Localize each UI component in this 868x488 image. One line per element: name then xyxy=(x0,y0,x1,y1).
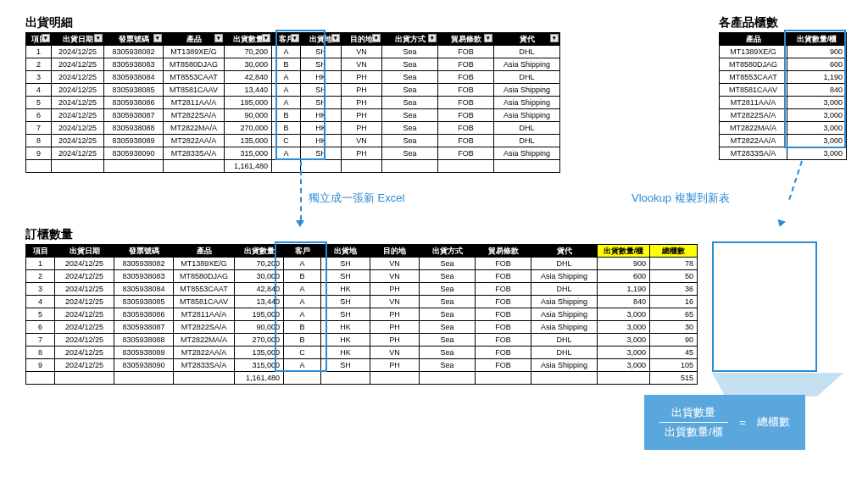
filter-dropdown-icon[interactable]: ▾ xyxy=(291,34,299,42)
annotation-new-excel: 獨立成一張新 Excel xyxy=(309,191,404,206)
col-qty: 出貨數量▾ xyxy=(225,33,272,46)
col-terms: 貿易條款▾ xyxy=(438,33,494,46)
table-row: 22024/12/258305938083MT8580DJAG30,000BSH… xyxy=(26,270,698,283)
col-prod: 產品 xyxy=(174,245,235,258)
dash-arrow-1 xyxy=(300,161,302,220)
table-row: 52024/12/258305938086MT2811AA/A195,000AS… xyxy=(26,97,560,109)
col-origin: 出貨地 xyxy=(321,245,370,258)
col-mode: 出貨方式▾ xyxy=(382,33,438,46)
col-idx: 項目 xyxy=(26,245,55,258)
table-row: MT2822SA/A3,000 xyxy=(720,109,847,122)
filter-dropdown-icon[interactable]: ▾ xyxy=(42,34,50,42)
table-row: 82024/12/258305938089MT2822AA/A135,000CH… xyxy=(26,135,560,147)
col-prod: 產品▾ xyxy=(164,33,225,46)
filter-dropdown-icon[interactable]: ▾ xyxy=(550,34,559,42)
table-row: MT8553CAAT1,190 xyxy=(720,71,847,84)
table-row: 92024/12/258305938090MT2833SA/A315,000AS… xyxy=(26,359,698,372)
table-row: MT2822MA/A3,000 xyxy=(720,122,847,135)
table-row: MT1389XE/G900 xyxy=(720,46,847,58)
filter-dropdown-icon[interactable]: ▾ xyxy=(428,34,437,42)
col-origin: 出貨地▾ xyxy=(301,33,342,46)
table-row: 42024/12/258305938085MT8581CAAV13,440ASH… xyxy=(26,84,560,97)
table-row: 12024/12/258305938082MT1389XE/G70,200ASH… xyxy=(26,258,698,270)
col-terms: 貿易條款 xyxy=(476,245,531,258)
col-forwarder: 貨代 xyxy=(531,245,598,258)
col-cust: 客戶 xyxy=(284,245,321,258)
arrow-diag-icon xyxy=(776,219,786,229)
total-row: 1,161,480 xyxy=(26,160,560,173)
col-inv: 發票號碼▾ xyxy=(104,33,164,46)
col-cust: 客戶▾ xyxy=(272,33,301,46)
table-row: MT2822AA/A3,000 xyxy=(720,135,847,147)
highlight-new-cols xyxy=(712,241,817,372)
col-qty: 出貨數量 xyxy=(235,245,284,258)
col-idx: 項目▾ xyxy=(26,33,52,46)
formula-numerator: 出貨數量 xyxy=(659,405,728,423)
col-inv: 發票號碼 xyxy=(114,245,174,258)
arrow-down-icon xyxy=(296,220,304,227)
col-forwarder: 貨代▾ xyxy=(494,33,560,46)
filter-dropdown-icon[interactable]: ▾ xyxy=(372,34,381,42)
filter-dropdown-icon[interactable]: ▾ xyxy=(214,34,223,42)
table-row: 62024/12/258305938087MT2822SA/A90,000BHK… xyxy=(26,109,560,122)
col-total: 總櫃數 xyxy=(650,245,698,258)
col-date: 出貨日期 xyxy=(55,245,114,258)
annotation-vlookup: Vlookup 複製到新表 xyxy=(632,191,730,206)
table-row: 32024/12/258305938084MT8553CAAT42,840AHK… xyxy=(26,71,560,84)
table-row: 52024/12/258305938086MT2811AA/A195,000AS… xyxy=(26,308,698,321)
table-row: MT8581CAAV840 xyxy=(720,84,847,97)
table-row: MT2833SA/A3,000 xyxy=(720,147,847,160)
order-qty-table: 項目出貨日期發票號碼產品出貨數量客戶出貨地目的地出貨方式貿易條款貨代出貨數量/櫃… xyxy=(25,244,698,385)
table-row: 42024/12/258305938085MT8581CAAV13,440ASH… xyxy=(26,296,698,308)
table-row: 72024/12/258305938088MT2822MA/A270,000BH… xyxy=(26,122,560,135)
filter-dropdown-icon[interactable]: ▾ xyxy=(153,34,162,42)
table-row: 72024/12/258305938088MT2822MA/A270,000BH… xyxy=(26,334,698,347)
col-date: 出貨日期▾ xyxy=(52,33,104,46)
detail-title: 出貨明細 xyxy=(25,15,560,30)
col-dest: 目的地▾ xyxy=(342,33,382,46)
filter-dropdown-icon[interactable]: ▾ xyxy=(331,34,340,42)
product-qty-table: 產品 出貨數量/櫃 MT1389XE/G900MT8580DJAG600MT85… xyxy=(719,32,847,160)
table-row: MT8580DJAG600 xyxy=(720,58,847,71)
table-row: 92024/12/258305938090MT2833SA/A315,000AS… xyxy=(26,147,560,160)
table-row: 12024/12/258305938082MT1389XE/G70,200ASH… xyxy=(26,46,560,58)
total-row: 1,161,480515 xyxy=(26,372,698,385)
col-product: 產品 xyxy=(720,33,787,46)
filter-dropdown-icon[interactable]: ▾ xyxy=(484,34,492,42)
col-per-cabinet: 出貨數量/櫃 xyxy=(787,33,847,46)
formula-box: 出貨數量 出貨數量/櫃 = 總櫃數 xyxy=(644,395,805,450)
col-mode: 出貨方式 xyxy=(420,245,476,258)
product-qty-title: 各產品櫃數 xyxy=(719,15,847,30)
formula-equals: = xyxy=(739,416,746,429)
table-row: 32024/12/258305938084MT8553CAAT42,840AHK… xyxy=(26,283,698,296)
formula-connector xyxy=(712,373,843,396)
order-qty-title: 訂櫃數量 xyxy=(25,227,698,242)
col-dest: 目的地 xyxy=(370,245,420,258)
table-row: 22024/12/258305938083MT8580DJAG30,000BSH… xyxy=(26,58,560,71)
filter-dropdown-icon[interactable]: ▾ xyxy=(262,34,270,42)
formula-denominator: 出貨數量/櫃 xyxy=(659,423,728,440)
table-row: 82024/12/258305938089MT2822AA/A135,000CH… xyxy=(26,347,698,359)
detail-table: 項目▾出貨日期▾發票號碼▾產品▾出貨數量▾客戶▾出貨地▾目的地▾出貨方式▾貿易條… xyxy=(25,32,560,173)
col-per: 出貨數量/櫃 xyxy=(598,245,650,258)
table-row: 62024/12/258305938087MT2822SA/A90,000BHK… xyxy=(26,321,698,334)
table-row: MT2811AA/A3,000 xyxy=(720,97,847,109)
filter-dropdown-icon[interactable]: ▾ xyxy=(94,34,103,42)
formula-result: 總櫃數 xyxy=(757,415,790,428)
